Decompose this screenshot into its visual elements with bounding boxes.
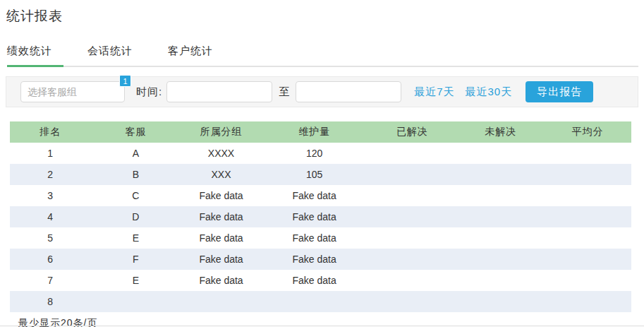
table-row: 7EFake dataFake data <box>10 270 631 291</box>
table-cell <box>262 291 367 312</box>
table-cell <box>545 164 631 185</box>
table-cell <box>457 249 544 270</box>
time-label: 时间: <box>136 85 162 99</box>
column-header-3: 维护量 <box>262 121 367 143</box>
table-cell: 2 <box>10 164 91 185</box>
table-cell <box>545 185 631 206</box>
table-cell: 8 <box>10 291 91 312</box>
table-cell <box>367 164 458 185</box>
table-cell: XXXX <box>181 143 262 164</box>
column-header-2: 所属分组 <box>181 121 262 143</box>
table-cell <box>457 185 544 206</box>
table-cell: XXX <box>181 164 262 185</box>
table-cell <box>545 270 631 291</box>
group-select-wrap: 1 <box>20 81 125 102</box>
table-cell <box>367 185 458 206</box>
table-cell: 105 <box>262 164 367 185</box>
table-row: 2BXXX105 <box>10 164 631 185</box>
table-cell <box>457 143 544 164</box>
column-header-1: 客服 <box>91 121 181 143</box>
table-cell <box>545 227 631 249</box>
table-cell: C <box>91 185 181 206</box>
table-cell <box>545 291 631 312</box>
quick-links: 最近7天最近30天 <box>414 85 523 99</box>
table-cell: 4 <box>10 206 91 227</box>
table-cell: 1 <box>10 143 91 164</box>
date-start-input[interactable] <box>166 81 272 102</box>
performance-table: 排名客服所属分组维护量已解决未解决平均分 1AXXXX1202BXXX1053C… <box>10 121 631 312</box>
table-cell <box>457 164 544 185</box>
group-select-input[interactable] <box>20 81 125 102</box>
export-report-button[interactable]: 导出报告 <box>525 81 593 102</box>
table-cell <box>457 206 544 227</box>
table-cell <box>367 206 458 227</box>
table-cell: Fake data <box>262 227 367 249</box>
table-cell <box>367 143 458 164</box>
table-row: 4DFake dataFake data <box>10 206 631 227</box>
table-cell <box>367 270 458 291</box>
table-cell <box>367 291 458 312</box>
table-cell <box>181 291 262 312</box>
tab-1[interactable]: 会话统计 <box>87 44 144 67</box>
table-cell: Fake data <box>181 249 262 270</box>
table-cell: A <box>91 143 181 164</box>
table-cell: 6 <box>10 249 91 270</box>
table-cell: 3 <box>10 185 91 206</box>
column-header-4: 已解决 <box>367 121 458 143</box>
page-title: 统计报表 <box>6 7 644 25</box>
table-cell <box>545 143 631 164</box>
table-cell: F <box>91 249 181 270</box>
group-count-badge: 1 <box>119 75 131 87</box>
table-cell: Fake data <box>262 206 367 227</box>
table-cell: Fake data <box>181 206 262 227</box>
table-cell: 5 <box>10 227 91 249</box>
quick-link-0[interactable]: 最近7天 <box>414 85 454 99</box>
table-cell: Fake data <box>181 185 262 206</box>
table-cell <box>457 270 544 291</box>
table-cell <box>367 249 458 270</box>
date-end-input[interactable] <box>296 81 401 102</box>
table-cell <box>545 249 631 270</box>
table-cell <box>457 227 544 249</box>
table-body: 1AXXXX1202BXXX1053CFake dataFake data4DF… <box>10 143 631 312</box>
table-cell: D <box>91 206 181 227</box>
to-label: 至 <box>279 85 289 99</box>
table-cell: Fake data <box>262 270 367 291</box>
tab-2[interactable]: 客户统计 <box>168 44 224 67</box>
table-cell: E <box>91 270 181 291</box>
table-row: 1AXXXX120 <box>10 143 631 164</box>
tabs: 绩效统计会话统计客户统计 <box>7 44 638 67</box>
column-header-6: 平均分 <box>545 121 631 143</box>
table-header-row: 排名客服所属分组维护量已解决未解决平均分 <box>10 121 631 143</box>
table-row: 6FFake dataFake data <box>10 249 631 270</box>
tab-0[interactable]: 绩效统计 <box>7 44 63 67</box>
table-cell <box>367 227 458 249</box>
table-cell: 7 <box>10 270 91 291</box>
table-cell <box>457 291 544 312</box>
column-header-5: 未解决 <box>457 121 544 143</box>
table-cell <box>545 206 631 227</box>
table-cell: 120 <box>262 143 367 164</box>
table-cell: Fake data <box>262 185 367 206</box>
quick-link-1[interactable]: 最近30天 <box>466 85 513 99</box>
table-cell: E <box>91 227 181 249</box>
table-cell: Fake data <box>181 270 262 291</box>
table-row: 5EFake dataFake data <box>10 227 631 249</box>
table-cell: Fake data <box>262 249 367 270</box>
table-row: 3CFake dataFake data <box>10 185 631 206</box>
table-cell: Fake data <box>181 227 262 249</box>
table-row: 8 <box>10 291 631 312</box>
column-header-0: 排名 <box>10 121 91 143</box>
table-cell: B <box>91 164 181 185</box>
filter-bar: 1 时间: 至 最近7天最近30天 导出报告 <box>6 76 638 107</box>
page-bottom-divider <box>0 326 644 326</box>
table-cell <box>91 291 181 312</box>
